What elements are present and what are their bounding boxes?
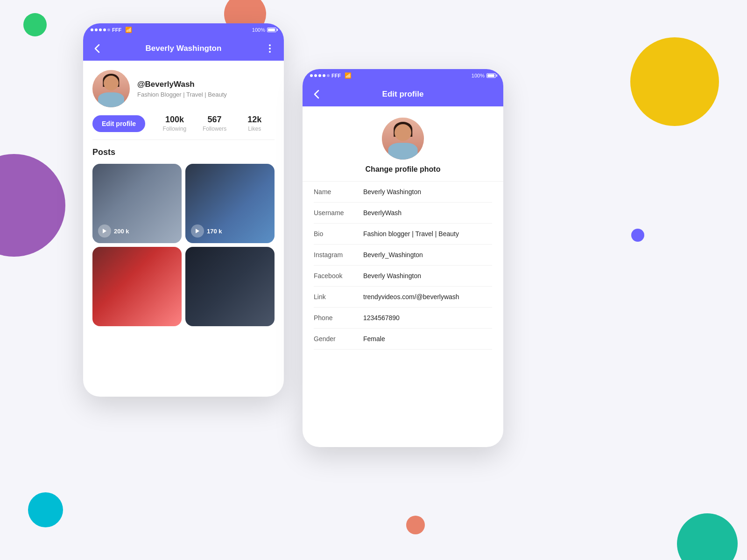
status-bar-profile: FFF 📶 100% — [83, 23, 284, 36]
profile-header: @BeverlyWash Fashion Blogger | Travel | … — [83, 61, 284, 107]
followers-value: 567 — [195, 115, 235, 125]
phone-profile: FFF 📶 100% Beverly Washington — [83, 23, 284, 397]
battery-indicator: 100% — [252, 27, 276, 33]
post-play-2: 170 k — [191, 224, 222, 238]
field-label-7: Gender — [314, 335, 356, 343]
profile-nav-title: Beverly Washington — [146, 44, 222, 53]
profile-info: @BeverlyWash Fashion Blogger | Travel | … — [137, 80, 275, 98]
field-label-4: Facebook — [314, 272, 356, 280]
edit-avatar-section: Change profile photo — [303, 106, 503, 182]
field-value-1[interactable]: BeverlyWash — [363, 209, 492, 217]
post-item-3[interactable] — [92, 247, 182, 326]
back-button-profile[interactable] — [91, 42, 104, 55]
field-row-1[interactable]: UsernameBeverlyWash — [314, 203, 492, 224]
field-row-6[interactable]: Phone1234567890 — [314, 308, 492, 329]
field-value-6[interactable]: 1234567890 — [363, 314, 492, 322]
battery-pct-label: 100% — [252, 27, 265, 33]
field-row-7[interactable]: GenderFemale — [314, 329, 492, 350]
field-label-0: Name — [314, 188, 356, 196]
field-value-5[interactable]: trendyvideos.com/@beverlywash — [363, 293, 492, 301]
post-item-1[interactable]: 200 k — [92, 164, 182, 243]
field-value-7[interactable]: Female — [363, 335, 492, 343]
field-label-3: Instagram — [314, 251, 356, 259]
profile-content: @BeverlyWash Fashion Blogger | Travel | … — [83, 61, 284, 326]
signal-dots — [91, 28, 110, 31]
field-label-6: Phone — [314, 314, 356, 322]
followers-stat: 567 Followers — [195, 115, 235, 132]
likes-stat: 12k Likes — [234, 115, 275, 132]
likes-value: 12k — [234, 115, 275, 125]
change-photo-label[interactable]: Change profile photo — [366, 165, 441, 174]
followers-label: Followers — [195, 126, 235, 132]
field-row-5[interactable]: Linktrendyvideos.com/@beverlywash — [314, 287, 492, 308]
avatar — [92, 70, 130, 107]
following-label: Following — [155, 126, 195, 132]
play-icon-2 — [191, 224, 204, 238]
field-value-3[interactable]: Beverly_Washington — [363, 251, 492, 259]
field-label-5: Link — [314, 293, 356, 301]
field-row-4[interactable]: FacebookBeverly Washington — [314, 266, 492, 287]
posts-grid: 200 k 170 k — [92, 164, 275, 326]
posts-section: Posts 200 k 170 k — [83, 140, 284, 326]
edit-content: Change profile photo NameBeverly Washing… — [303, 106, 503, 350]
battery-pct-label-edit: 100% — [472, 73, 485, 78]
field-row-3[interactable]: InstagramBeverly_Washington — [314, 245, 492, 266]
field-label-2: Bio — [314, 230, 356, 238]
post-views-1: 200 k — [114, 228, 129, 235]
deco-yellow-circle — [630, 37, 719, 126]
nav-bar-profile: Beverly Washington — [83, 36, 284, 61]
posts-title: Posts — [92, 147, 275, 157]
field-label-1: Username — [314, 209, 356, 217]
deco-salmon-circle — [406, 516, 425, 534]
post-play-1: 200 k — [98, 224, 129, 238]
post-item-2[interactable]: 170 k — [185, 164, 275, 243]
more-options-button[interactable] — [263, 42, 276, 55]
phone-edit: FFF 📶 100% Edit profile — [303, 69, 503, 447]
edit-avatar[interactable] — [382, 118, 424, 160]
profile-username: @BeverlyWash — [137, 80, 275, 89]
carrier-label: FFF — [112, 27, 121, 33]
wifi-icon-edit: 📶 — [345, 72, 352, 79]
post-item-4[interactable] — [185, 247, 275, 326]
field-value-2[interactable]: Fashion blogger | Travel | Beauty — [363, 230, 492, 238]
field-row-2[interactable]: BioFashion blogger | Travel | Beauty — [314, 224, 492, 245]
battery-indicator-edit: 100% — [472, 73, 496, 78]
deco-cyan-circle — [28, 492, 63, 527]
play-icon-1 — [98, 224, 111, 238]
battery-icon-edit — [486, 73, 496, 78]
deco-teal-circle — [677, 513, 738, 560]
profile-bio: Fashion Blogger | Travel | Beauty — [137, 91, 275, 98]
field-value-0[interactable]: Beverly Washington — [363, 188, 492, 196]
following-value: 100k — [155, 115, 195, 125]
field-value-4[interactable]: Beverly Washington — [363, 272, 492, 280]
likes-label: Likes — [234, 126, 275, 132]
edit-fields: NameBeverly WashingtonUsernameBeverlyWas… — [303, 182, 503, 350]
battery-icon — [267, 28, 276, 32]
profile-stats: Edit profile 100k Following 567 Follower… — [83, 107, 284, 140]
status-bar-edit: FFF 📶 100% — [303, 69, 503, 82]
back-button-edit[interactable] — [310, 88, 323, 101]
carrier-label-edit: FFF — [331, 73, 341, 78]
field-row-0[interactable]: NameBeverly Washington — [314, 182, 492, 203]
deco-small-purple-circle — [631, 229, 644, 242]
following-stat: 100k Following — [155, 115, 195, 132]
post-views-2: 170 k — [207, 228, 222, 235]
edit-profile-button[interactable]: Edit profile — [92, 115, 145, 132]
wifi-icon: 📶 — [125, 27, 132, 33]
deco-purple-circle — [0, 154, 65, 257]
nav-bar-edit: Edit profile — [303, 82, 503, 106]
edit-nav-title: Edit profile — [382, 90, 424, 99]
deco-green-circle — [23, 13, 47, 36]
signal-dots-edit — [310, 74, 330, 77]
